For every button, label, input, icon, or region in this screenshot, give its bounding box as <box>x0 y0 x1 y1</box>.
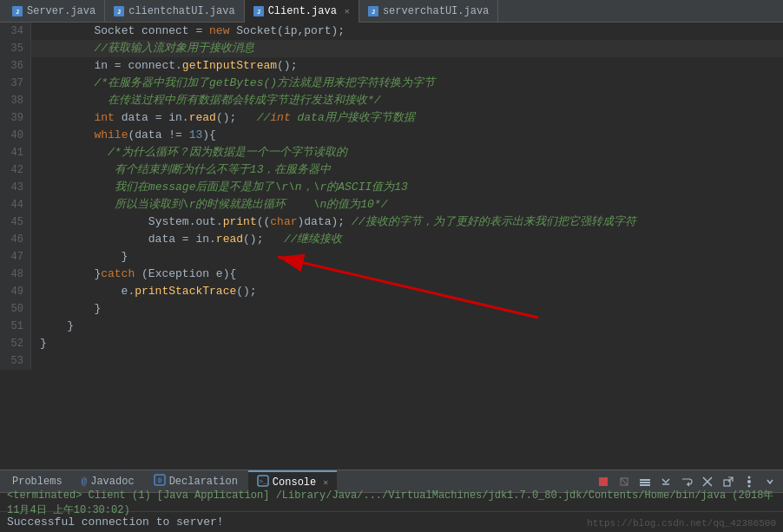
line-num: 34 <box>0 23 31 40</box>
line-content: e.printStackTrace(); <box>31 283 783 300</box>
code-line-36: 36 in = connect.getInputStream(); <box>0 57 783 75</box>
tab-label: Client.java <box>268 5 337 17</box>
svg-point-27 <box>748 485 751 488</box>
javadoc-icon: @ <box>82 476 88 487</box>
java-file-icon: J <box>12 6 23 16</box>
tab-server-java[interactable]: J Server.java <box>3 0 105 23</box>
line-num: 51 <box>0 318 31 335</box>
watermark: https://blog.csdn.net/qq_42386500 <box>587 518 776 529</box>
line-content: System.out.print((char)data); //接收的字节，为了… <box>31 213 783 231</box>
code-line-45: 45 System.out.print((char)data); //接收的字节… <box>0 213 783 231</box>
code-line-48: 48 }catch (Exception e){ <box>0 266 783 283</box>
svg-rect-17 <box>640 479 650 481</box>
line-num: 47 <box>0 248 31 266</box>
code-line-50: 50 } <box>0 300 783 318</box>
line-content: } <box>31 248 783 266</box>
code-line-34: 34 Socket connect = new Socket(ip,port); <box>0 23 783 40</box>
console-status-bar: <terminated> Client (1) [Java Applicatio… <box>0 493 783 512</box>
code-line-35: 35 //获取输入流对象用于接收消息 <box>0 40 783 57</box>
java-file-icon: J <box>368 6 378 16</box>
line-content: }catch (Exception e){ <box>31 266 783 283</box>
svg-rect-14 <box>599 477 608 486</box>
terminate-button[interactable] <box>615 472 634 491</box>
java-file-icon: J <box>114 6 124 16</box>
svg-text:J: J <box>257 9 260 16</box>
line-content: } <box>31 335 783 352</box>
line-num: 49 <box>0 283 31 300</box>
scroll-end-button[interactable] <box>656 472 675 491</box>
line-num: 35 <box>0 40 31 57</box>
line-num: 41 <box>0 144 31 161</box>
svg-text:J: J <box>16 9 19 16</box>
line-num: 42 <box>0 161 31 179</box>
line-content: 我们在message后面是不是加了\r\n，\r的ASCII值为13 <box>31 179 783 196</box>
tab-bar: J Server.java J clientchatUI.java J Clie… <box>0 0 783 23</box>
svg-rect-19 <box>640 484 650 486</box>
code-line-39: 39 int data = in.read(); //int data用户接收字… <box>0 109 783 127</box>
svg-text:>_: >_ <box>259 477 267 485</box>
line-num: 53 <box>0 352 31 370</box>
code-line-44: 44 所以当读取到\r的时候就跳出循环 \n的值为10*/ <box>0 196 783 213</box>
line-content: data = in.read(); //继续接收 <box>31 231 783 248</box>
line-content: while(data != 13){ <box>31 127 783 144</box>
stop-button[interactable] <box>594 472 613 491</box>
tab-close-button[interactable]: ✕ <box>345 6 350 16</box>
line-num: 37 <box>0 75 31 92</box>
java-file-icon: J <box>253 6 264 16</box>
open-external-button[interactable] <box>719 472 738 491</box>
code-line-40: 40 while(data != 13){ <box>0 127 783 144</box>
tab-clientchatui-java[interactable]: J clientchatUI.java <box>105 0 244 23</box>
line-num: 48 <box>0 266 31 283</box>
line-num: 43 <box>0 179 31 196</box>
word-wrap-button[interactable] <box>677 472 696 491</box>
svg-point-25 <box>747 480 751 483</box>
code-line-49: 49 e.printStackTrace(); <box>0 283 783 300</box>
line-num: 38 <box>0 92 31 109</box>
code-line-51: 51 } <box>0 318 783 335</box>
console-close-button[interactable]: ✕ <box>323 477 328 488</box>
code-line-47: 47 } <box>0 248 783 266</box>
code-line-37: 37 /*在服务器中我们加了getBytes()方法就是用来把字符转换为字节 <box>0 75 783 92</box>
line-content: /*为什么循环？因为数据是一个一个字节读取的 <box>31 144 783 161</box>
line-content: /*在服务器中我们加了getBytes()方法就是用来把字符转换为字节 <box>31 75 783 92</box>
code-line-53: 53 <box>0 352 783 370</box>
code-line-42: 42 有个结束判断为什么不等于13，在服务器中 <box>0 161 783 179</box>
line-content: 在传送过程中所有数据都会转成字节进行发送和接收*/ <box>31 92 783 109</box>
line-num: 50 <box>0 300 31 318</box>
svg-rect-18 <box>640 482 650 483</box>
code-line-38: 38 在传送过程中所有数据都会转成字节进行发送和接收*/ <box>0 92 783 109</box>
svg-line-16 <box>621 478 628 485</box>
line-content: 所以当读取到\r的时候就跳出循环 \n的值为10*/ <box>31 196 783 213</box>
tab-label: clientchatUI.java <box>128 5 234 17</box>
code-line-41: 41 /*为什么循环？因为数据是一个一个字节读取的 <box>0 144 783 161</box>
settings-button[interactable] <box>740 472 759 491</box>
line-num: 46 <box>0 231 31 248</box>
code-line-46: 46 data = in.read(); //继续接收 <box>0 231 783 248</box>
line-content: } <box>31 300 783 318</box>
line-num: 40 <box>0 127 31 144</box>
code-line-52: 52 } <box>0 335 783 352</box>
svg-text:D: D <box>158 477 161 484</box>
bottom-tab-label: Console <box>273 476 316 489</box>
line-content: Socket connect = new Socket(ip,port); <box>31 23 783 40</box>
tab-serverchatui-java[interactable]: J serverchatUI.java <box>359 0 498 23</box>
pin-button[interactable] <box>698 472 717 491</box>
line-content: //获取输入流对象用于接收消息 <box>31 40 783 57</box>
code-line-43: 43 我们在message后面是不是加了\r\n，\r的ASCII值为13 <box>0 179 783 196</box>
line-num: 52 <box>0 335 31 352</box>
bottom-tab-label: Javadoc <box>90 476 134 488</box>
tab-label: serverchatUI.java <box>383 5 489 17</box>
line-content: int data = in.read(); //int data用户接收字节数据 <box>31 109 783 127</box>
code-lines: 34 Socket connect = new Socket(ip,port);… <box>0 23 783 370</box>
line-content <box>31 352 783 370</box>
tab-label: Server.java <box>27 5 95 17</box>
svg-text:J: J <box>117 9 121 16</box>
clear-console-button[interactable] <box>635 472 655 491</box>
bottom-tab-label: Problems <box>12 476 63 488</box>
code-editor[interactable]: 34 Socket connect = new Socket(ip,port);… <box>0 23 783 439</box>
svg-text:J: J <box>372 9 375 16</box>
tab-client-java[interactable]: J Client.java ✕ <box>245 0 359 23</box>
line-num: 44 <box>0 196 31 213</box>
dropdown-button[interactable] <box>760 472 780 491</box>
line-num: 39 <box>0 109 31 127</box>
